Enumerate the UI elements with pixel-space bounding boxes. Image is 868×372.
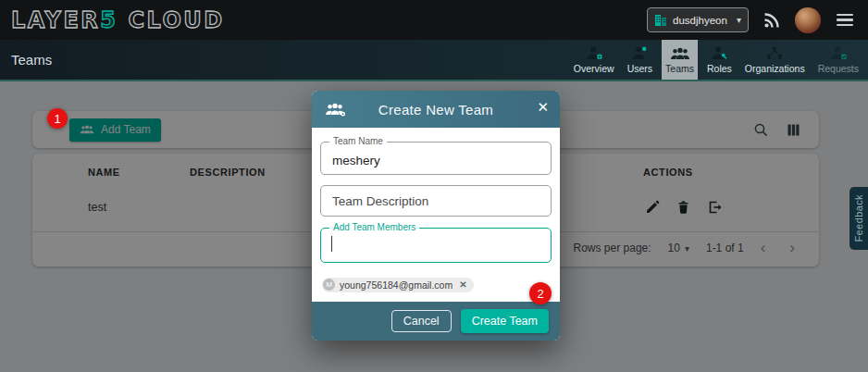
modal-footer: Cancel Create Team: [312, 302, 560, 341]
feedback-tab[interactable]: Feedback: [849, 187, 868, 250]
top-bar: LAYER5 CLOUD dusdjhyeon ▾: [0, 0, 868, 40]
org-switcher-dropdown[interactable]: dusdjhyeon ▾: [647, 7, 749, 32]
hamburger-menu-icon[interactable]: [835, 10, 855, 30]
modal-body: Team Name meshery Team Description Add T…: [312, 128, 560, 302]
step-1-annotation-badge: 1: [47, 108, 68, 129]
top-bar-right: dusdjhyeon ▾: [647, 7, 855, 33]
nav-label: Overview: [574, 63, 614, 74]
cancel-button[interactable]: Cancel: [391, 310, 452, 332]
nav-item-overview[interactable]: Overview: [570, 40, 618, 80]
page-title: Teams: [0, 52, 52, 68]
nav-item-roles[interactable]: Roles: [703, 40, 736, 80]
member-chip[interactable]: M young756184@gmail.com ✕: [322, 278, 474, 292]
close-icon[interactable]: ✕: [537, 99, 549, 116]
building-icon: [654, 13, 667, 27]
chip-avatar: M: [323, 279, 335, 291]
modal-header: Create New Team ✕: [312, 91, 560, 128]
nav-label: Teams: [665, 63, 694, 74]
org-switcher-value: dusdjhyeon: [673, 15, 731, 26]
add-team-members-field[interactable]: Add Team Members: [320, 228, 552, 263]
chip-remove-icon[interactable]: ✕: [457, 279, 466, 290]
overview-person-icon: [585, 45, 603, 61]
team-name-label: Team Name: [329, 136, 387, 146]
create-new-team-modal: Create New Team ✕ Team Name meshery Team…: [312, 91, 560, 341]
nav-items: Overview Users Teams Roles Organizations…: [570, 40, 868, 80]
nav-label: Requests: [818, 63, 859, 74]
layer5-cloud-logo: LAYER5 CLOUD: [11, 7, 225, 33]
team-name-field[interactable]: Team Name meshery: [320, 142, 552, 175]
roles-person-key-icon: [710, 45, 728, 61]
team-name-value: meshery: [321, 143, 551, 167]
chevron-down-icon: ▾: [737, 15, 741, 25]
member-chips: M young756184@gmail.com ✕: [320, 274, 552, 292]
create-team-button[interactable]: Create Team: [461, 309, 549, 333]
team-description-field[interactable]: Team Description: [320, 185, 552, 217]
logo-five-text: 5: [100, 7, 118, 33]
organizations-hierarchy-icon: [765, 45, 784, 61]
nav-item-organizations[interactable]: Organizations: [741, 40, 809, 80]
modal-title: Create New Team: [312, 102, 560, 118]
text-cursor: [331, 236, 332, 252]
team-description-placeholder: Team Description: [321, 186, 551, 208]
nav-item-requests[interactable]: Requests: [814, 40, 862, 80]
logo-cloud-text: CLOUD: [128, 7, 224, 33]
nav-label: Roles: [707, 63, 732, 74]
broadcast-icon[interactable]: [763, 11, 781, 30]
add-team-members-label: Add Team Members: [329, 222, 419, 232]
nav-label: Organizations: [745, 63, 805, 74]
nav-item-teams[interactable]: Teams: [662, 40, 698, 80]
teams-group-icon: [670, 46, 690, 61]
requests-person-check-icon: [829, 45, 848, 61]
nav-label: Users: [627, 63, 652, 74]
user-avatar[interactable]: [795, 7, 821, 33]
secondary-nav-bar: Teams Overview Users Teams Roles Organiz…: [0, 40, 868, 81]
chip-email: young756184@gmail.com: [340, 279, 453, 291]
step-2-annotation-badge: 2: [529, 282, 552, 304]
users-icon: [630, 45, 649, 61]
nav-item-users[interactable]: Users: [624, 40, 656, 80]
logo-layer-text: LAYER: [11, 7, 100, 33]
app-window: LAYER5 CLOUD dusdjhyeon ▾ Teams Overview: [0, 0, 868, 372]
feedback-label: Feedback: [853, 194, 864, 242]
